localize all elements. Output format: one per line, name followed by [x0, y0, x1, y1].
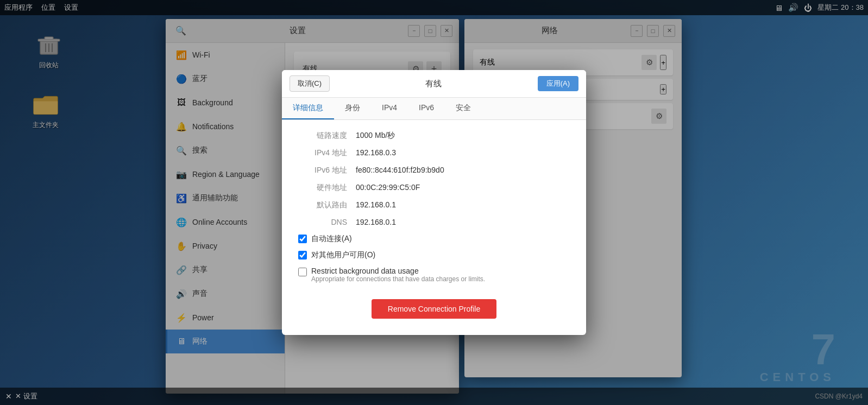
remove-connection-button[interactable]: Remove Connection Profile — [372, 299, 496, 319]
available-all-checkbox[interactable] — [298, 251, 307, 260]
ipv4-label: IPv4 地址 — [298, 148, 347, 158]
dialog-overlay: 取消(C) 有线 应用(A) 详细信息 身份 IPv4 IPv6 安全 链路速度… — [0, 0, 868, 405]
available-all-row: 对其他用户可用(O) — [298, 250, 570, 260]
restrict-checkbox[interactable] — [298, 268, 307, 276]
link-speed-value: 1000 Mb/秒 — [356, 131, 395, 141]
restrict-sub-label: Appropriate for connections that have da… — [311, 275, 485, 283]
dns-label: DNS — [298, 218, 347, 226]
tab-ipv4[interactable]: IPv4 — [371, 98, 408, 119]
wired-tabs: 详细信息 身份 IPv4 IPv6 安全 — [282, 98, 586, 120]
hardware-label: 硬件地址 — [298, 183, 347, 193]
ipv6-label: IPv6 地址 — [298, 166, 347, 175]
hardware-value: 00:0C:29:99:C5:0F — [356, 183, 420, 193]
available-all-label: 对其他用户可用(O) — [311, 250, 375, 260]
link-speed-row: 链路速度 1000 Mb/秒 — [298, 131, 570, 141]
restrict-row: Restrict background data usage Appropria… — [298, 267, 570, 283]
cancel-button[interactable]: 取消(C) — [290, 75, 330, 92]
ipv4-row: IPv4 地址 192.168.0.3 — [298, 148, 570, 158]
auto-connect-checkbox[interactable] — [298, 235, 307, 243]
default-route-row: 默认路由 192.168.0.1 — [298, 200, 570, 210]
link-speed-label: 链路速度 — [298, 131, 347, 141]
hardware-row: 硬件地址 00:0C:29:99:C5:0F — [298, 183, 570, 193]
wired-details-content: 链路速度 1000 Mb/秒 IPv4 地址 192.168.0.3 IPv6 … — [282, 120, 586, 335]
ipv6-value: fe80::8c44:610f:f2b9:b9d0 — [356, 166, 444, 175]
tab-details[interactable]: 详细信息 — [282, 98, 334, 119]
dns-value: 192.168.0.1 — [356, 218, 396, 226]
tab-identity[interactable]: 身份 — [334, 98, 371, 119]
default-route-value: 192.168.0.1 — [356, 200, 396, 210]
ipv4-value: 192.168.0.3 — [356, 148, 396, 158]
wired-dialog-titlebar: 取消(C) 有线 应用(A) — [282, 70, 586, 98]
restrict-main-label: Restrict background data usage — [311, 267, 485, 275]
wired-dialog: 取消(C) 有线 应用(A) 详细信息 身份 IPv4 IPv6 安全 链路速度… — [282, 70, 586, 335]
tab-security[interactable]: 安全 — [445, 98, 482, 119]
auto-connect-row: 自动连接(A) — [298, 234, 570, 244]
wired-dialog-title: 有线 — [330, 79, 538, 89]
dns-row: DNS 192.168.0.1 — [298, 218, 570, 226]
apply-button[interactable]: 应用(A) — [538, 76, 578, 91]
default-route-label: 默认路由 — [298, 200, 347, 210]
auto-connect-label: 自动连接(A) — [311, 234, 352, 244]
tab-ipv6[interactable]: IPv6 — [408, 98, 445, 119]
ipv6-row: IPv6 地址 fe80::8c44:610f:f2b9:b9d0 — [298, 166, 570, 175]
